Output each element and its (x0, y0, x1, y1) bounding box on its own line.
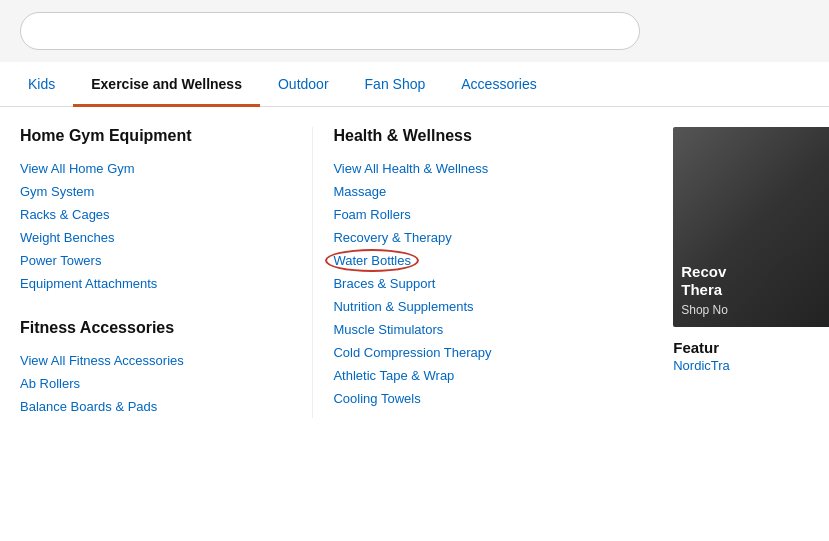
water-bottles-link[interactable]: Water Bottles (333, 249, 643, 272)
power-towers-link[interactable]: Power Towers (20, 249, 292, 272)
fitness-accessories-title: Fitness Accessories (20, 319, 292, 337)
featured-image[interactable]: RecovThera Shop No (673, 127, 829, 327)
foam-rollers-link[interactable]: Foam Rollers (333, 203, 643, 226)
gym-system-link[interactable]: Gym System (20, 180, 292, 203)
tab-outdoor[interactable]: Outdoor (260, 62, 347, 106)
nutrition-supplements-link[interactable]: Nutrition & Supplements (333, 295, 643, 318)
nav-tabs: Kids Exercise and Wellness Outdoor Fan S… (0, 62, 829, 107)
featured-label: Featur (673, 339, 819, 356)
braces-support-link[interactable]: Braces & Support (333, 272, 643, 295)
tab-kids[interactable]: Kids (10, 62, 73, 106)
health-wellness-title: Health & Wellness (333, 127, 643, 145)
ab-rollers-link[interactable]: Ab Rollers (20, 372, 292, 395)
featured-panel: RecovThera Shop No Featur NordicTra (663, 127, 829, 418)
featured-sublabel: NordicTra (673, 358, 819, 373)
view-all-fitness-link[interactable]: View All Fitness Accessories (20, 349, 292, 372)
massage-link[interactable]: Massage (333, 180, 643, 203)
featured-overlay-title: RecovThera (681, 263, 728, 299)
featured-overlay: RecovThera Shop No (681, 263, 728, 317)
tab-exercise[interactable]: Exercise and Wellness (73, 62, 260, 106)
athletic-tape-link[interactable]: Athletic Tape & Wrap (333, 364, 643, 387)
cooling-towels-link[interactable]: Cooling Towels (333, 387, 643, 410)
view-all-health-link[interactable]: View All Health & Wellness (333, 157, 643, 180)
right-column: Health & Wellness View All Health & Well… (313, 127, 663, 418)
home-gym-title: Home Gym Equipment (20, 127, 292, 145)
view-all-home-gym[interactable]: View All Home Gym (20, 157, 292, 180)
balance-boards-link[interactable]: Balance Boards & Pads (20, 395, 292, 418)
search-bar-area (0, 0, 829, 62)
shop-now-label: Shop No (681, 303, 728, 317)
left-column: Home Gym Equipment View All Home Gym Gym… (0, 127, 313, 418)
recovery-therapy-link[interactable]: Recovery & Therapy (333, 226, 643, 249)
search-bar[interactable] (20, 12, 640, 50)
muscle-stimulators-link[interactable]: Muscle Stimulators (333, 318, 643, 341)
water-bottles-circled: Water Bottles (333, 253, 411, 268)
cold-compression-link[interactable]: Cold Compression Therapy (333, 341, 643, 364)
weight-benches-link[interactable]: Weight Benches (20, 226, 292, 249)
racks-cages-link[interactable]: Racks & Cages (20, 203, 292, 226)
tab-accessories[interactable]: Accessories (443, 62, 554, 106)
equipment-attachments-link[interactable]: Equipment Attachments (20, 272, 292, 295)
tab-fanshop[interactable]: Fan Shop (347, 62, 444, 106)
dropdown-content: Home Gym Equipment View All Home Gym Gym… (0, 107, 829, 438)
